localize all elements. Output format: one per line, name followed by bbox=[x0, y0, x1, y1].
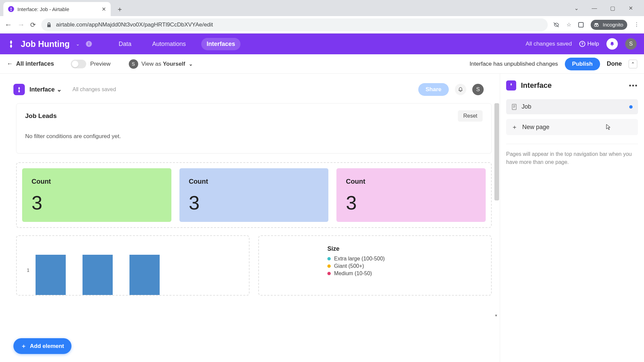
chart-row: 1 bbox=[16, 235, 492, 296]
filter-element[interactable]: Job Leads Reset No filter conditions are… bbox=[16, 103, 492, 154]
scroll-down-icon[interactable]: ▾ bbox=[495, 313, 497, 318]
view-as-label: View as Yourself bbox=[142, 61, 185, 67]
cursor-icon bbox=[606, 124, 611, 130]
back-to-interfaces[interactable]: ← All interfaces bbox=[7, 60, 54, 67]
svg-rect-0 bbox=[579, 22, 583, 27]
forward-icon[interactable]: → bbox=[17, 20, 25, 29]
close-tab-icon[interactable]: ✕ bbox=[102, 6, 106, 12]
interface-icon bbox=[506, 80, 516, 90]
canvas-header: Interface ⌄ All changes saved Share S bbox=[5, 80, 500, 96]
nav-data[interactable]: Data bbox=[113, 38, 137, 50]
new-page-button[interactable]: ＋ New page bbox=[506, 119, 638, 135]
page-item-job[interactable]: Job bbox=[506, 99, 638, 114]
interface-dropdown[interactable]: Interface ⌄ bbox=[30, 86, 62, 93]
notifications-button[interactable] bbox=[606, 38, 618, 50]
window-controls: ⌄ ― ▢ ✕ bbox=[573, 5, 641, 16]
page-name: Job bbox=[522, 103, 531, 110]
incognito-icon bbox=[593, 21, 600, 28]
done-button[interactable]: Done bbox=[607, 60, 622, 67]
incognito-indicator[interactable]: Incognito bbox=[591, 20, 627, 30]
airtable-logo-icon[interactable] bbox=[7, 40, 15, 48]
share-button[interactable]: Share bbox=[418, 83, 449, 96]
view-as-selector[interactable]: S View as Yourself ⌄ bbox=[129, 59, 193, 69]
chart-legend: Size Extra large (100-500) Giant (500+) bbox=[327, 245, 385, 278]
pie-chart bbox=[266, 261, 319, 296]
chevron-down-icon[interactable]: ⌄ bbox=[573, 5, 580, 11]
bars bbox=[36, 255, 242, 295]
preview-toggle[interactable]: Preview bbox=[71, 60, 110, 68]
interface-icon[interactable] bbox=[13, 84, 25, 95]
bell-icon bbox=[609, 41, 615, 47]
workspace-title[interactable]: Job Hunting bbox=[21, 39, 70, 49]
info-icon[interactable]: i bbox=[86, 41, 92, 47]
count-cards-row[interactable]: Count 3 Count 3 Count 3 bbox=[16, 162, 492, 228]
help-button[interactable]: ? Help bbox=[579, 41, 599, 47]
page-icon bbox=[512, 104, 517, 110]
reload-icon[interactable]: ⟳ bbox=[30, 21, 36, 29]
back-icon[interactable]: ← bbox=[5, 20, 12, 29]
extensions-icon[interactable] bbox=[578, 22, 584, 28]
svg-rect-5 bbox=[512, 104, 516, 110]
main-split: Interface ⌄ All changes saved Share S Jo… bbox=[0, 74, 644, 362]
eye-off-icon[interactable] bbox=[553, 21, 560, 28]
count-card[interactable]: Count 3 bbox=[336, 168, 486, 222]
chevron-down-icon: ⌄ bbox=[189, 61, 193, 67]
legend-dot-icon bbox=[327, 272, 331, 275]
legend-label: Medium (10-50) bbox=[334, 270, 372, 277]
reset-button[interactable]: Reset bbox=[458, 110, 483, 122]
canvas-notifications[interactable] bbox=[455, 84, 466, 95]
browser-tab[interactable]: Interface: Job - Airtable ✕ bbox=[3, 2, 111, 16]
kebab-menu-icon[interactable]: ⋮ bbox=[634, 21, 639, 28]
back-label: All interfaces bbox=[16, 60, 54, 67]
nav-automations[interactable]: Automations bbox=[147, 38, 191, 50]
lock-icon bbox=[47, 22, 51, 27]
count-label: Count bbox=[189, 178, 319, 185]
canvas: Interface ⌄ All changes saved Share S Jo… bbox=[0, 74, 500, 362]
view-as-prefix: View as bbox=[142, 61, 163, 67]
svg-point-2 bbox=[596, 24, 598, 26]
panel-title: Interface bbox=[521, 81, 552, 90]
count-value: 3 bbox=[346, 191, 476, 214]
collapse-button[interactable]: ⌃ bbox=[629, 60, 637, 68]
close-window-icon[interactable]: ✕ bbox=[627, 5, 634, 11]
add-element-button[interactable]: ＋ Add element bbox=[13, 338, 71, 354]
bar-chart-element[interactable]: 1 bbox=[16, 235, 250, 296]
preview-label: Preview bbox=[90, 61, 110, 67]
count-card[interactable]: Count 3 bbox=[22, 168, 171, 222]
bell-icon bbox=[458, 87, 463, 92]
new-tab-button[interactable]: ＋ bbox=[115, 4, 125, 14]
address-bar: ← → ⟳ airtable.com/appNMajdd0Nt3vo0X/pag… bbox=[0, 16, 644, 34]
url-input[interactable]: airtable.com/appNMajdd0Nt3vo0X/pagHRTl9C… bbox=[41, 18, 548, 31]
scroll-thumb[interactable] bbox=[494, 103, 499, 200]
nav-interfaces[interactable]: Interfaces bbox=[201, 38, 240, 50]
canvas-saved-status: All changes saved bbox=[72, 86, 116, 93]
help-label: Help bbox=[587, 41, 599, 47]
legend-item: Medium (10-50) bbox=[327, 270, 385, 277]
more-options-icon[interactable]: ••• bbox=[629, 82, 638, 89]
pie-chart-element[interactable]: Size Extra large (100-500) Giant (500+) bbox=[258, 235, 492, 296]
count-card[interactable]: Count 3 bbox=[179, 168, 329, 222]
publish-button[interactable]: Publish bbox=[565, 58, 600, 70]
plus-icon: ＋ bbox=[512, 123, 518, 131]
count-label: Count bbox=[346, 178, 476, 185]
canvas-avatar[interactable]: S bbox=[472, 84, 484, 95]
pages-panel: Interface ••• Job ＋ New page Pages will … bbox=[500, 74, 644, 362]
legend-item: Extra large (100-500) bbox=[327, 256, 385, 262]
star-icon[interactable]: ☆ bbox=[567, 21, 571, 28]
browser-tab-strip: Interface: Job - Airtable ✕ ＋ ⌄ ― ▢ ✕ bbox=[0, 0, 644, 16]
count-value: 3 bbox=[189, 191, 319, 214]
y-axis-tick: 1 bbox=[27, 267, 30, 273]
chevron-down-icon[interactable]: ⌄ bbox=[76, 41, 80, 47]
chevron-down-icon: ⌄ bbox=[57, 86, 62, 93]
plus-icon: ＋ bbox=[21, 342, 26, 350]
arrow-left-icon: ← bbox=[7, 60, 13, 67]
minimize-icon[interactable]: ― bbox=[591, 5, 598, 11]
user-avatar[interactable]: S bbox=[625, 38, 637, 50]
interface-dd-label: Interface bbox=[30, 86, 55, 93]
maximize-icon[interactable]: ▢ bbox=[609, 5, 616, 11]
count-value: 3 bbox=[32, 191, 162, 214]
filter-title: Job Leads bbox=[25, 112, 57, 120]
legend-label: Extra large (100-500) bbox=[334, 256, 385, 262]
scrollbar[interactable]: ▾ bbox=[494, 103, 499, 318]
legend-title: Size bbox=[327, 245, 385, 252]
